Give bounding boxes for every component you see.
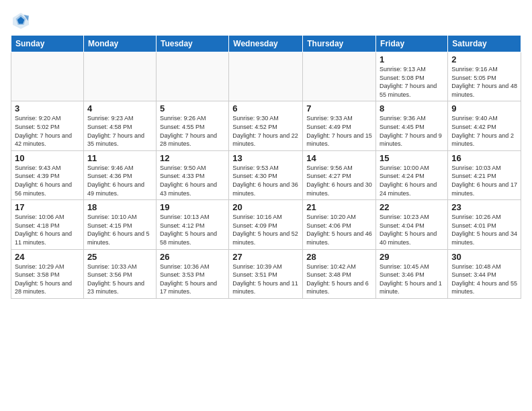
day-number: 9 xyxy=(451,103,517,113)
week-row-4: 17Sunrise: 10:06 AM Sunset: 4:18 PM Dayl… xyxy=(11,200,521,249)
day-cell: 8Sunrise: 9:36 AM Sunset: 4:45 PM Daylig… xyxy=(376,101,448,150)
day-info: Sunrise: 9:23 AM Sunset: 4:58 PM Dayligh… xyxy=(87,114,152,148)
day-info: Sunrise: 9:36 AM Sunset: 4:45 PM Dayligh… xyxy=(380,114,444,148)
day-info: Sunrise: 10:03 AM Sunset: 4:21 PM Daylig… xyxy=(451,164,517,197)
calendar-header: SundayMondayTuesdayWednesdayThursdayFrid… xyxy=(11,36,521,52)
day-cell: 27Sunrise: 10:39 AM Sunset: 3:51 PM Dayl… xyxy=(229,249,303,298)
day-cell: 1Sunrise: 9:13 AM Sunset: 5:08 PM Daylig… xyxy=(376,52,448,101)
day-number: 15 xyxy=(380,153,444,163)
logo-icon xyxy=(11,11,31,31)
weekday-header-monday: Monday xyxy=(83,36,156,52)
day-cell: 6Sunrise: 9:30 AM Sunset: 4:52 PM Daylig… xyxy=(229,101,303,150)
day-info: Sunrise: 10:26 AM Sunset: 4:01 PM Daylig… xyxy=(451,213,517,246)
week-row-2: 3Sunrise: 9:20 AM Sunset: 5:02 PM Daylig… xyxy=(11,101,521,150)
day-cell: 7Sunrise: 9:33 AM Sunset: 4:49 PM Daylig… xyxy=(303,101,376,150)
day-info: Sunrise: 9:30 AM Sunset: 4:52 PM Dayligh… xyxy=(232,114,299,148)
weekday-header-wednesday: Wednesday xyxy=(229,36,303,52)
day-info: Sunrise: 9:53 AM Sunset: 4:30 PM Dayligh… xyxy=(232,164,299,197)
day-info: Sunrise: 9:46 AM Sunset: 4:36 PM Dayligh… xyxy=(87,164,152,197)
day-number: 14 xyxy=(306,153,372,163)
day-number: 7 xyxy=(306,103,372,113)
day-cell: 4Sunrise: 9:23 AM Sunset: 4:58 PM Daylig… xyxy=(83,101,156,150)
day-info: Sunrise: 9:40 AM Sunset: 4:42 PM Dayligh… xyxy=(451,114,517,148)
day-number: 29 xyxy=(380,252,444,262)
day-number: 5 xyxy=(160,103,225,113)
week-row-1: 1Sunrise: 9:13 AM Sunset: 5:08 PM Daylig… xyxy=(11,52,521,101)
day-info: Sunrise: 10:10 AM Sunset: 4:15 PM Daylig… xyxy=(87,213,152,246)
day-cell: 9Sunrise: 9:40 AM Sunset: 4:42 PM Daylig… xyxy=(448,101,521,150)
day-info: Sunrise: 10:45 AM Sunset: 3:46 PM Daylig… xyxy=(380,263,444,296)
day-info: Sunrise: 9:26 AM Sunset: 4:55 PM Dayligh… xyxy=(160,114,225,148)
day-info: Sunrise: 10:29 AM Sunset: 3:58 PM Daylig… xyxy=(15,263,80,296)
day-number: 19 xyxy=(160,202,225,212)
day-cell: 29Sunrise: 10:45 AM Sunset: 3:46 PM Dayl… xyxy=(376,249,448,298)
day-info: Sunrise: 9:20 AM Sunset: 5:02 PM Dayligh… xyxy=(15,114,80,148)
day-info: Sunrise: 9:56 AM Sunset: 4:27 PM Dayligh… xyxy=(306,164,372,197)
weekday-header-thursday: Thursday xyxy=(303,36,376,52)
day-cell xyxy=(11,52,84,101)
day-cell xyxy=(303,52,376,101)
day-number: 13 xyxy=(232,153,299,163)
day-number: 12 xyxy=(160,153,225,163)
day-cell: 2Sunrise: 9:16 AM Sunset: 5:05 PM Daylig… xyxy=(448,52,521,101)
day-info: Sunrise: 10:16 AM Sunset: 4:09 PM Daylig… xyxy=(232,213,299,246)
day-cell xyxy=(83,52,156,101)
day-cell: 30Sunrise: 10:48 AM Sunset: 3:44 PM Dayl… xyxy=(448,249,521,298)
day-number: 23 xyxy=(451,202,517,212)
day-cell: 25Sunrise: 10:33 AM Sunset: 3:56 PM Dayl… xyxy=(83,249,156,298)
day-number: 3 xyxy=(15,103,80,113)
day-number: 24 xyxy=(15,252,80,262)
day-number: 8 xyxy=(380,103,444,113)
day-cell: 20Sunrise: 10:16 AM Sunset: 4:09 PM Dayl… xyxy=(229,200,303,249)
day-info: Sunrise: 10:33 AM Sunset: 3:56 PM Daylig… xyxy=(87,263,152,296)
weekday-header-tuesday: Tuesday xyxy=(156,36,228,52)
day-info: Sunrise: 10:42 AM Sunset: 3:48 PM Daylig… xyxy=(306,263,372,296)
day-cell: 14Sunrise: 9:56 AM Sunset: 4:27 PM Dayli… xyxy=(303,150,376,199)
day-number: 18 xyxy=(87,202,152,212)
weekday-header-sunday: Sunday xyxy=(11,36,84,52)
weekday-header-saturday: Saturday xyxy=(448,36,521,52)
day-info: Sunrise: 9:16 AM Sunset: 5:05 PM Dayligh… xyxy=(451,65,517,99)
day-info: Sunrise: 10:20 AM Sunset: 4:06 PM Daylig… xyxy=(306,213,372,246)
day-number: 17 xyxy=(15,202,80,212)
day-info: Sunrise: 9:33 AM Sunset: 4:49 PM Dayligh… xyxy=(306,114,372,148)
day-number: 30 xyxy=(451,252,517,262)
day-number: 27 xyxy=(232,252,299,262)
day-cell: 28Sunrise: 10:42 AM Sunset: 3:48 PM Dayl… xyxy=(303,249,376,298)
calendar: SundayMondayTuesdayWednesdayThursdayFrid… xyxy=(11,35,521,299)
day-info: Sunrise: 10:00 AM Sunset: 4:24 PM Daylig… xyxy=(380,164,444,197)
day-cell: 22Sunrise: 10:23 AM Sunset: 4:04 PM Dayl… xyxy=(376,200,448,249)
day-cell: 19Sunrise: 10:13 AM Sunset: 4:12 PM Dayl… xyxy=(156,200,228,249)
day-cell: 15Sunrise: 10:00 AM Sunset: 4:24 PM Dayl… xyxy=(376,150,448,199)
day-cell: 24Sunrise: 10:29 AM Sunset: 3:58 PM Dayl… xyxy=(11,249,84,298)
day-cell xyxy=(229,52,303,101)
day-cell: 17Sunrise: 10:06 AM Sunset: 4:18 PM Dayl… xyxy=(11,200,84,249)
page: SundayMondayTuesdayWednesdayThursdayFrid… xyxy=(0,0,532,306)
day-cell: 11Sunrise: 9:46 AM Sunset: 4:36 PM Dayli… xyxy=(83,150,156,199)
day-number: 20 xyxy=(232,202,299,212)
day-number: 4 xyxy=(87,103,152,113)
day-number: 25 xyxy=(87,252,152,262)
day-number: 6 xyxy=(232,103,299,113)
day-cell: 13Sunrise: 9:53 AM Sunset: 4:30 PM Dayli… xyxy=(229,150,303,199)
day-number: 1 xyxy=(380,54,444,64)
day-number: 16 xyxy=(451,153,517,163)
day-cell: 23Sunrise: 10:26 AM Sunset: 4:01 PM Dayl… xyxy=(448,200,521,249)
day-number: 26 xyxy=(160,252,225,262)
day-cell: 21Sunrise: 10:20 AM Sunset: 4:06 PM Dayl… xyxy=(303,200,376,249)
day-number: 22 xyxy=(380,202,444,212)
day-info: Sunrise: 10:48 AM Sunset: 3:44 PM Daylig… xyxy=(451,263,517,296)
day-cell: 5Sunrise: 9:26 AM Sunset: 4:55 PM Daylig… xyxy=(156,101,228,150)
day-number: 28 xyxy=(306,252,372,262)
day-cell: 18Sunrise: 10:10 AM Sunset: 4:15 PM Dayl… xyxy=(83,200,156,249)
day-info: Sunrise: 9:13 AM Sunset: 5:08 PM Dayligh… xyxy=(380,65,444,99)
day-number: 10 xyxy=(15,153,80,163)
day-info: Sunrise: 10:06 AM Sunset: 4:18 PM Daylig… xyxy=(15,213,80,246)
day-cell: 12Sunrise: 9:50 AM Sunset: 4:33 PM Dayli… xyxy=(156,150,228,199)
day-cell: 3Sunrise: 9:20 AM Sunset: 5:02 PM Daylig… xyxy=(11,101,84,150)
day-cell: 10Sunrise: 9:43 AM Sunset: 4:39 PM Dayli… xyxy=(11,150,84,199)
day-number: 2 xyxy=(451,54,517,64)
day-info: Sunrise: 10:36 AM Sunset: 3:53 PM Daylig… xyxy=(160,263,225,296)
day-number: 21 xyxy=(306,202,372,212)
logo xyxy=(11,11,34,31)
